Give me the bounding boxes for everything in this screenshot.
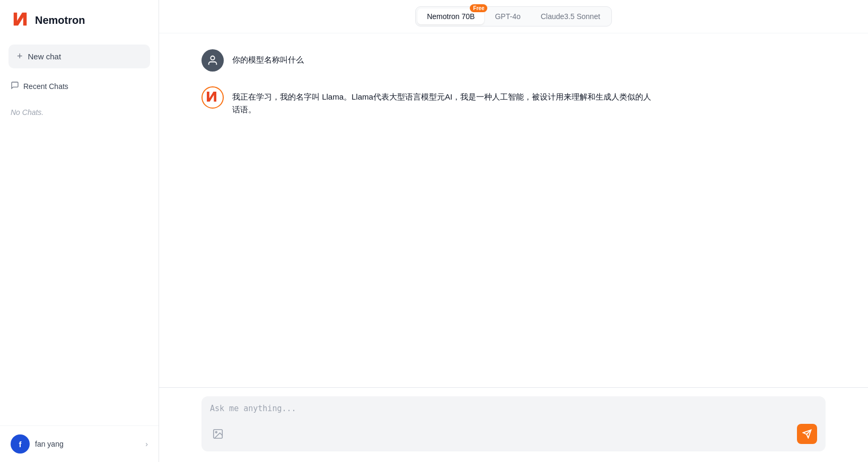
user-message-text: 你的模型名称叫什么 — [232, 49, 304, 66]
main-content: Nemotron 70B Free GPT-4o Claude3.5 Sonne… — [159, 0, 868, 462]
new-chat-label: New chat — [28, 52, 62, 61]
image-upload-button[interactable] — [210, 426, 226, 442]
recent-chats-section: Recent Chats — [0, 73, 159, 95]
recent-chats-label: Recent Chats — [23, 82, 68, 91]
app-name: Nemotron — [35, 14, 85, 26]
model-tabs-bar: Nemotron 70B Free GPT-4o Claude3.5 Sonne… — [159, 0, 868, 33]
input-box — [201, 396, 826, 451]
bot-message-text: 我正在学习，我的名字叫 Llama。Llama代表大型语言模型元AI，我是一种人… — [232, 86, 656, 116]
message-row-user: 你的模型名称叫什么 — [201, 49, 826, 72]
recent-chats-header: Recent Chats — [11, 81, 148, 91]
chat-input[interactable] — [210, 404, 817, 419]
user-avatar: f — [11, 434, 30, 454]
svg-point-3 — [215, 431, 217, 433]
chat-bubble-icon — [11, 81, 19, 91]
sidebar: Nemotron + New chat Recent Chats No Chat… — [0, 0, 159, 462]
user-message-avatar — [201, 49, 224, 72]
new-chat-button[interactable]: + New chat — [8, 45, 150, 68]
tab-gpt4o[interactable]: GPT-4o — [485, 8, 530, 24]
logo-container: Nemotron — [0, 0, 159, 40]
input-actions — [210, 424, 817, 444]
send-button[interactable] — [797, 424, 817, 444]
user-name: fan yang — [35, 440, 64, 448]
message-row-bot: 我正在学习，我的名字叫 Llama。Llama代表大型语言模型元AI，我是一种人… — [201, 86, 826, 116]
tab-gpt4o-label: GPT-4o — [495, 12, 520, 21]
svg-point-1 — [211, 56, 214, 60]
tab-container: Nemotron 70B Free GPT-4o Claude3.5 Sonne… — [415, 6, 612, 26]
user-info[interactable]: f fan yang — [11, 434, 64, 454]
chevron-right-icon: › — [145, 440, 148, 448]
tab-nemotron70b[interactable]: Nemotron 70B Free — [417, 8, 484, 24]
no-chats-message: No Chats. — [0, 95, 159, 129]
sidebar-footer: f fan yang › — [0, 425, 159, 462]
plus-icon: + — [17, 51, 23, 62]
app-logo — [11, 10, 30, 31]
tab-claude35-label: Claude3.5 Sonnet — [541, 12, 600, 21]
input-area — [159, 387, 868, 462]
tab-claude35[interactable]: Claude3.5 Sonnet — [531, 8, 610, 24]
tab-nemotron70b-label: Nemotron 70B — [427, 12, 475, 21]
bot-message-avatar — [201, 86, 224, 109]
chat-area: 你的模型名称叫什么 我正在学习，我的名字叫 Llama。Llama代表大型语言模… — [159, 33, 868, 387]
